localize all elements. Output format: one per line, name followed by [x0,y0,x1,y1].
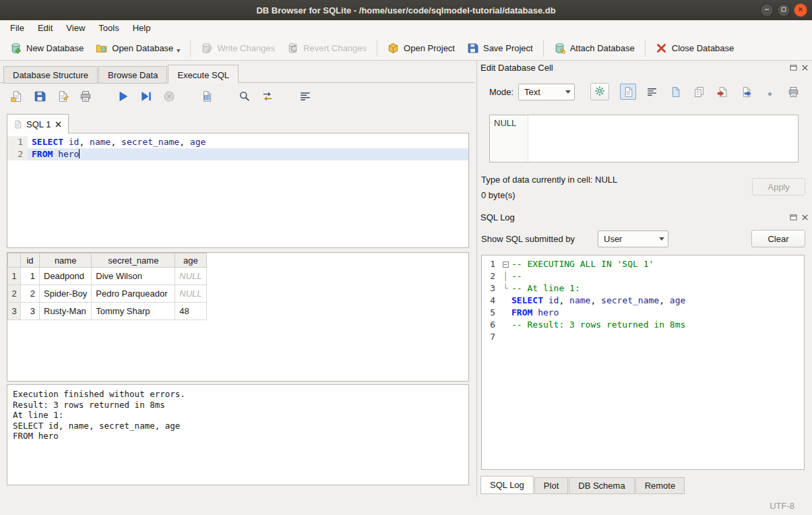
editor-line: 1SELECT id, name, secret_name, age [7,136,468,148]
tab-sql-log[interactable]: SQL Log [480,476,534,494]
log-code: -- Result: 3 rows returned in 8ms [511,319,804,331]
table-cell[interactable]: Tommy Sharp [92,303,175,320]
fold-collapse-icon[interactable]: − [503,262,509,268]
column-header-secret-name[interactable]: secret_name [92,253,175,268]
save-sql-file-button[interactable] [32,89,47,104]
fold-margin[interactable]: − [499,258,511,270]
corner-header-cell [8,253,21,268]
mode-select[interactable]: Text [518,84,575,100]
apply-button[interactable]: Apply [752,178,805,195]
table-cell[interactable]: Spider-Boy [40,285,92,303]
menu-help[interactable]: Help [126,21,158,35]
attach-database-icon [554,42,565,54]
word-wrap-button[interactable] [298,89,313,104]
close-panel-icon[interactable] [801,63,809,72]
fold-margin[interactable]: │ [499,270,511,282]
fold-margin[interactable] [499,307,511,319]
close-tab-icon[interactable] [55,121,62,128]
sql-editor[interactable]: 1SELECT id, name, secret_name, age2FROM … [7,133,469,248]
table-cell[interactable]: Dive Wilson [92,268,175,285]
table-cell[interactable]: Rusty-Man [40,303,92,320]
execute-line-button[interactable] [139,89,154,104]
tab-db-schema[interactable]: DB Schema [569,477,634,494]
print-cell-button[interactable] [785,84,801,100]
execution-output: Execution finished without errors. Resul… [7,384,469,485]
column-header-age[interactable]: age [175,253,206,268]
sql-editor-tab[interactable]: SQL 1 [7,114,69,133]
text-view-button[interactable] [620,84,636,100]
export-results-button[interactable] [199,89,214,104]
menu-edit[interactable]: Edit [31,21,59,35]
cell-editor[interactable]: NULL [489,115,799,162]
cell-editor-body[interactable] [528,115,798,162]
new-database-button[interactable]: New Database [4,39,90,57]
log-line: 5FROM hero [482,307,804,319]
close-database-button[interactable]: Close Database [650,39,741,57]
code-token [532,307,538,317]
table-cell[interactable]: NULL [175,285,206,303]
menu-view[interactable]: View [59,21,92,35]
table-cell[interactable]: 1 [21,268,40,285]
editor-code[interactable]: SELECT id, name, secret_name, age [28,136,468,148]
open-external-button[interactable] [667,84,683,100]
column-header-id[interactable]: id [21,253,40,268]
tab-plot[interactable]: Plot [534,477,568,494]
import-cell-button[interactable] [714,84,730,100]
save-project-icon [467,42,478,54]
replace-button[interactable] [260,89,275,104]
menu-tools[interactable]: Tools [92,21,125,35]
set-null-button[interactable] [761,84,778,100]
fold-margin[interactable] [499,295,511,307]
tab-execute-sql[interactable]: Execute SQL [168,65,239,84]
fold-margin[interactable] [499,331,511,343]
copy-cell-button[interactable] [691,84,707,100]
attach-database-button[interactable]: Attach Database [548,39,641,57]
find-button[interactable] [237,89,252,104]
word-wrap-button[interactable] [644,84,660,100]
clear-button[interactable]: Clear [751,230,805,247]
log-code [511,331,804,343]
export-cell-button[interactable] [738,84,754,100]
open-database-button[interactable]: Open Database▾ [90,39,186,57]
code-token: FROM [32,149,53,159]
column-header-name[interactable]: name [40,253,92,268]
save-project-button[interactable]: Save Project [461,39,539,57]
menu-file[interactable]: File [3,21,31,35]
save-sql-as-button[interactable] [55,89,70,104]
maximize-button[interactable] [777,3,790,17]
new-database-button-label: New Database [26,43,84,53]
encoding-label: UTF-8 [770,501,794,511]
close-panel-icon[interactable] [801,213,809,222]
float-panel-icon[interactable] [789,63,798,72]
table-cell[interactable]: 3 [21,303,40,320]
open-project-button[interactable]: Open Project [381,39,461,57]
results-area: idnamesecret_nameage11DeadpondDive Wilso… [7,252,469,382]
minimize-button[interactable] [760,3,774,17]
open-sql-file-button[interactable] [9,89,24,104]
fold-margin[interactable]: └ [499,282,511,295]
editor-code[interactable]: FROM hero [28,148,468,160]
table-cell[interactable]: Deadpond [40,268,92,285]
close-window-button[interactable] [794,3,807,17]
code-token: , [590,295,601,305]
log-source-value: User [604,234,622,244]
fold-margin[interactable] [499,319,511,331]
table-cell[interactable]: 2 [21,285,40,303]
table-cell[interactable]: 48 [175,303,206,320]
tab-browse-data[interactable]: Browse Data [98,66,167,84]
table-cell[interactable]: NULL [175,268,206,285]
sql-toolbar [9,89,313,104]
table-cell[interactable]: Pedro Parqueador [92,285,175,303]
new-database-icon [10,42,22,54]
float-panel-icon[interactable] [789,213,798,222]
code-token: name [569,295,590,305]
toolbar-separator [543,40,544,57]
print-sql-button[interactable] [78,89,93,104]
tab-remote[interactable]: Remote [635,477,685,494]
tab-database-structure[interactable]: Database Structure [3,66,98,84]
mode-settings-button[interactable] [590,83,609,100]
sql-log-view[interactable]: 1−-- EXECUTING ALL IN 'SQL 1'2│--3└-- At… [481,255,805,470]
log-source-select[interactable]: User [598,231,668,247]
dropdown-caret-icon[interactable]: ▾ [177,42,180,54]
execute-all-button[interactable] [116,89,131,104]
